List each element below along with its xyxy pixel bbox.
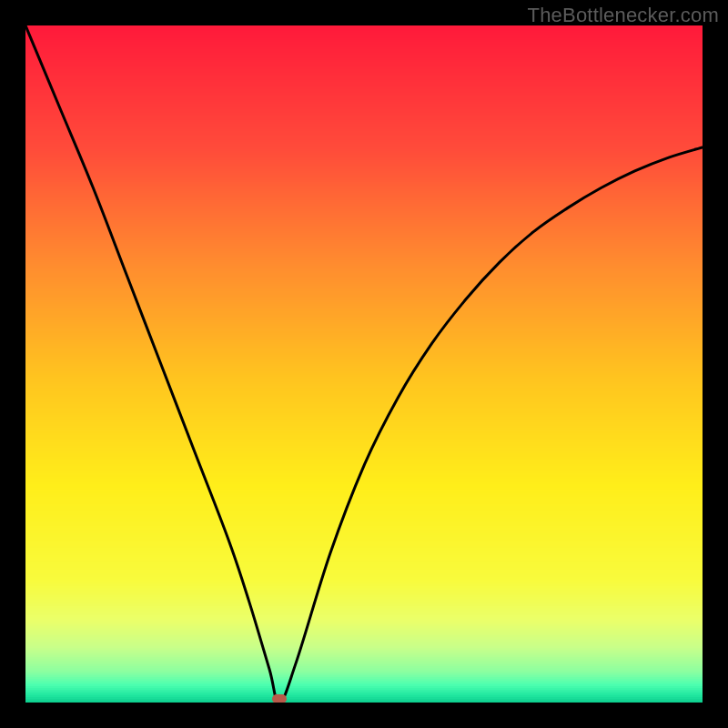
optimal-point-marker <box>272 694 287 703</box>
bottleneck-curve <box>25 25 703 703</box>
watermark-text: TheBottlenecker.com <box>528 4 719 27</box>
chart-frame: TheBottlenecker.com <box>0 0 728 728</box>
plot-area <box>25 25 703 703</box>
